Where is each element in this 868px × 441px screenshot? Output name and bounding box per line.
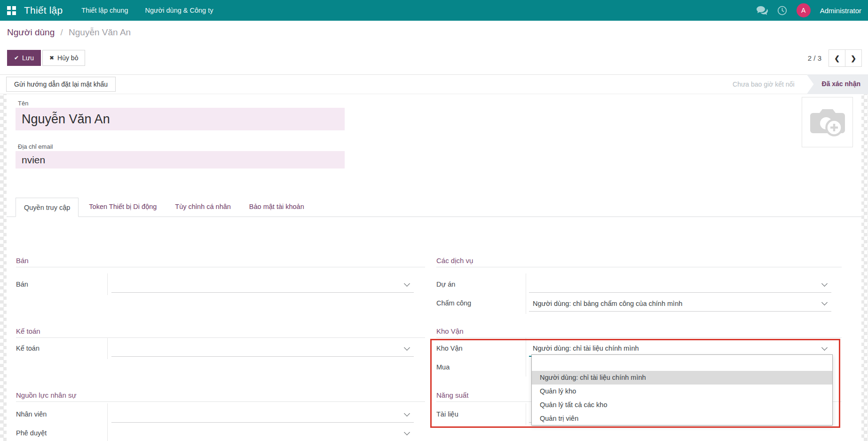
pager: 2 / 3 ❮ ❯ <box>808 49 862 67</box>
project-field-label: Dự án <box>436 275 455 294</box>
notebook-tabs: Quyền truy cập Token Thiết bị Di động Tù… <box>7 197 861 217</box>
field-row-accounting: Kế toán <box>16 339 425 358</box>
field-row-sales: Bán <box>16 275 425 294</box>
nav-item-general-settings[interactable]: Thiết lập chung <box>81 7 128 14</box>
dropdown-option-warehouse-manager[interactable]: Quản lý kho <box>532 385 832 398</box>
documents-field-label: Tài liệu <box>436 405 458 424</box>
project-select[interactable] <box>529 277 831 293</box>
apps-grid-icon[interactable] <box>7 6 16 15</box>
status-confirmed[interactable]: Đã xác nhận <box>807 74 868 94</box>
chevron-down-icon <box>821 281 828 287</box>
dropdown-option-all-warehouses[interactable]: Quản lý tất cả các kho <box>532 398 832 412</box>
field-row-approvals: Phê duyệt <box>16 424 425 441</box>
section-sales: Bán <box>16 254 425 267</box>
name-field[interactable]: Nguyễn Văn An <box>16 108 345 130</box>
top-navbar: Thiết lập Thiết lập chung Người dùng & C… <box>0 0 868 21</box>
pager-next-button[interactable]: ❯ <box>845 49 862 67</box>
employees-select[interactable] <box>111 407 414 423</box>
employees-field-label: Nhân viên <box>16 405 47 424</box>
timesheets-select[interactable]: Người dùng: chỉ bảng chấm công của chính… <box>529 296 831 312</box>
accounting-select[interactable] <box>111 341 414 357</box>
breadcrumb-separator: / <box>61 27 63 37</box>
activities-clock-icon[interactable] <box>777 6 787 16</box>
access-rights-right-column: Các dịch vụ Dự án Chấm công Người dùng: … <box>436 249 842 441</box>
sales-field-label: Bán <box>16 275 28 294</box>
status-never-connected[interactable]: Chưa bao giờ kết nối <box>733 80 794 88</box>
chevron-down-icon <box>821 299 828 305</box>
statusbar: Gửi hướng dẫn đặt lại mật khẩu Chưa bao … <box>0 74 868 94</box>
field-row-employees: Nhân viên <box>16 405 425 424</box>
approvals-field-label: Phê duyệt <box>16 424 47 441</box>
save-button[interactable]: ✔ Lưu <box>7 50 41 66</box>
section-services: Các dịch vụ <box>436 254 842 267</box>
field-row-project: Dự án <box>436 275 842 294</box>
chevron-right-icon: ❯ <box>851 55 856 62</box>
chevron-down-icon <box>404 429 410 435</box>
breadcrumb-users-link[interactable]: Người dùng <box>7 27 55 37</box>
name-label: Tên <box>18 100 28 107</box>
access-rights-left-column: Bán Bán Kế toán Kế toán Nguồn lực nhân s… <box>16 249 425 441</box>
dropdown-option-own-documents[interactable]: Người dùng: chỉ tài liệu chính mình <box>532 371 832 385</box>
pager-count: 2 / 3 <box>808 54 821 62</box>
nav-menu: Thiết lập chung Người dùng & Công ty <box>81 7 213 14</box>
timesheets-field-label: Chấm công <box>436 294 471 313</box>
section-human-resources: Nguồn lực nhân sự <box>16 389 425 402</box>
app-name[interactable]: Thiết lập <box>24 5 63 16</box>
accounting-field-label: Kế toán <box>16 339 39 358</box>
chevron-down-icon <box>404 281 410 287</box>
user-avatar[interactable]: A <box>797 3 811 17</box>
tab-access-rights[interactable]: Quyền truy cập <box>16 198 79 217</box>
pager-previous-button[interactable]: ❮ <box>829 49 845 67</box>
purchase-field-label: Mua <box>436 358 450 377</box>
breadcrumb: Người dùng / Nguyễn Văn An <box>7 27 131 38</box>
discard-button[interactable]: ✖ Hủy bỏ <box>42 50 85 66</box>
dropdown-option-administrator[interactable]: Quản trị viên <box>532 412 832 425</box>
dropdown-option-empty[interactable] <box>532 355 832 371</box>
camera-add-icon <box>809 107 846 138</box>
breadcrumb-current: Nguyễn Văn An <box>69 27 131 37</box>
user-name[interactable]: Administrator <box>820 7 861 15</box>
nav-item-users-companies[interactable]: Người dùng & Công ty <box>145 7 213 14</box>
form-sheet: Tên Nguyễn Văn An Địa chỉ email nvien Qu… <box>7 94 861 441</box>
chevron-left-icon: ❮ <box>834 55 840 62</box>
chevron-down-icon <box>404 410 410 417</box>
section-inventory: Kho Vận <box>436 325 842 338</box>
tab-preferences[interactable]: Tùy chỉnh cá nhân <box>167 197 239 216</box>
field-row-timesheets: Chấm công Người dùng: chỉ bảng chấm công… <box>436 294 842 313</box>
chevron-down-icon <box>821 345 828 351</box>
approvals-select[interactable] <box>111 425 414 441</box>
messages-icon[interactable] <box>757 6 768 15</box>
tab-account-security[interactable]: Bảo mật tài khoản <box>241 197 312 216</box>
sales-select[interactable] <box>111 277 414 293</box>
email-label: Địa chỉ email <box>18 143 53 150</box>
inventory-field-label: Kho Vận <box>436 339 463 358</box>
tab-mobile-device-token[interactable]: Token Thiết bị Di động <box>81 197 165 216</box>
page-background: Thiết lập Thiết lập chung Người dùng & C… <box>0 0 868 441</box>
inventory-select-dropdown: Người dùng: chỉ tài liệu chính mình Quản… <box>531 354 833 425</box>
check-icon: ✔ <box>14 55 19 61</box>
section-accounting: Kế toán <box>16 325 425 338</box>
send-password-reset-button[interactable]: Gửi hướng dẫn đặt lại mật khẩu <box>6 77 116 92</box>
avatar-upload-box[interactable] <box>802 97 853 147</box>
chevron-down-icon <box>404 345 410 351</box>
email-field[interactable]: nvien <box>16 151 345 168</box>
control-panel: Người dùng / Nguyễn Văn An ✔ Lưu ✖ Hủy b… <box>0 21 868 74</box>
cross-icon: ✖ <box>49 55 54 61</box>
